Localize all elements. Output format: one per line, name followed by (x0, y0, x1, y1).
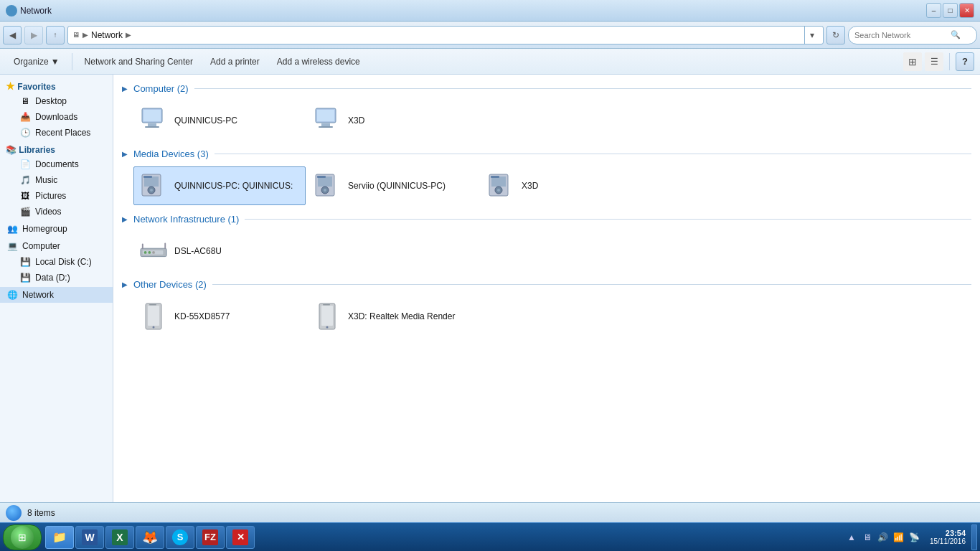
section-other-header: ▶ Other Devices (2) (122, 276, 971, 293)
sidebar-documents-label: Documents (35, 159, 79, 169)
list-item[interactable]: QUINNICUS-PC: QUINNICUS: (133, 166, 306, 205)
status-network-icon (6, 505, 22, 521)
homegroup-icon: 👥 (6, 222, 19, 235)
sidebar-homegroup-section: 👥 Homegroup (0, 221, 113, 237)
sidebar-item-pictures[interactable]: 🖼 Pictures (0, 188, 113, 204)
view-list-button[interactable]: ☰ (925, 52, 943, 71)
sidebar-computer-label: Computer (22, 241, 60, 251)
status-bar: 8 items (0, 502, 980, 522)
clock-date: 15/11/2016 (930, 537, 966, 545)
network-sharing-button[interactable]: Network and Sharing Center (77, 52, 201, 72)
taskbar-close[interactable]: ✕ (226, 526, 255, 549)
skype-icon: S (172, 529, 188, 545)
system-tray: ▲ 🖥 🔊 📶 📡 (841, 531, 925, 544)
section-infrastructure-divider (245, 219, 971, 220)
view-toggle-button[interactable]: ⊞ (903, 52, 922, 71)
svg-rect-33 (149, 304, 156, 306)
show-desktop-button[interactable] (971, 524, 977, 550)
sidebar-item-documents[interactable]: 📄 Documents (0, 156, 113, 172)
pictures-icon: 🖼 (19, 189, 32, 202)
clock[interactable]: 23:54 15/11/2016 (925, 529, 970, 545)
collapse-other-icon[interactable]: ▶ (122, 281, 131, 289)
list-item[interactable]: QUINNICUS-PC (133, 101, 306, 140)
close-button[interactable]: ✕ (959, 3, 974, 18)
clock-time: 23:54 (930, 529, 966, 537)
sidebar-item-desktop[interactable]: 🖥 Desktop (0, 93, 113, 109)
excel-icon: X (112, 529, 128, 545)
section-media-divider (215, 154, 971, 154)
search-box[interactable]: 🔍 (848, 26, 977, 44)
tray-speaker-icon[interactable]: 🔊 (877, 531, 890, 544)
up-button[interactable]: ↑ (46, 26, 65, 44)
sidebar-desktop-label: Desktop (35, 96, 67, 106)
list-item[interactable]: DSL-AC68U (133, 232, 306, 270)
address-bar-arrow2: ▶ (126, 31, 131, 39)
svg-rect-37 (323, 304, 330, 306)
taskbar-skype[interactable]: S (166, 526, 194, 549)
search-input[interactable] (854, 31, 948, 39)
taskbar-filezilla[interactable]: FZ (196, 526, 225, 549)
help-button[interactable]: ? (956, 52, 974, 71)
device-kd-label: KD-55XD8577 (174, 311, 230, 321)
tray-arrow-icon[interactable]: ▲ (845, 531, 858, 544)
tray-signal-icon[interactable]: 📡 (908, 531, 921, 544)
svg-point-27 (152, 251, 155, 254)
minimize-button[interactable]: – (926, 3, 941, 18)
start-button[interactable]: ⊞ (3, 524, 42, 550)
maximize-button[interactable]: □ (943, 3, 958, 18)
taskbar-word[interactable]: W (75, 526, 104, 549)
address-dropdown[interactable]: ▾ (804, 26, 819, 44)
disk-c-icon: 💾 (19, 255, 32, 268)
list-item[interactable]: Serviio (QUINNICUS-PC) (307, 166, 479, 205)
recent-icon: 🕒 (19, 126, 32, 139)
add-wireless-button[interactable]: Add a wireless device (269, 52, 368, 72)
list-item[interactable]: KD-55XD8577 (133, 297, 306, 336)
sidebar: ★ Favorites 🖥 Desktop 📥 Downloads 🕒 Rece… (0, 75, 113, 502)
section-computer-divider (194, 88, 971, 89)
sidebar-item-data-disk[interactable]: 💾 Data (D:) (0, 270, 113, 286)
collapse-media-icon[interactable]: ▶ (122, 150, 131, 159)
sidebar-item-network[interactable]: 🌐 Network (0, 287, 113, 303)
section-media-header: ▶ Media Devices (3) (122, 146, 971, 162)
sidebar-item-computer[interactable]: 💻 Computer (0, 238, 113, 254)
taskbar-firefox[interactable]: 🦊 (136, 526, 164, 549)
address-bar[interactable]: 🖥 ▶ Network ▶ ▾ (67, 26, 824, 44)
svg-rect-7 (319, 126, 333, 128)
organize-button[interactable]: Organize ▼ (6, 52, 67, 72)
list-item[interactable]: X3D (481, 166, 653, 205)
section-computer-header: ▶ Computer (2) (122, 80, 971, 97)
add-printer-button[interactable]: Add a printer (202, 52, 268, 72)
star-icon: ★ (6, 80, 15, 92)
collapse-infra-icon[interactable]: ▶ (122, 215, 131, 224)
sidebar-item-homegroup[interactable]: 👥 Homegroup (0, 221, 113, 237)
list-item[interactable]: X3D (307, 101, 479, 140)
other-items-grid: KD-55XD8577 X3D: Realtek Media Render (122, 297, 971, 336)
sidebar-item-videos[interactable]: 🎬 Videos (0, 204, 113, 220)
back-button[interactable]: ◀ (3, 26, 22, 44)
sidebar-favorites-header: ★ Favorites (0, 77, 113, 93)
svg-point-21 (497, 189, 500, 192)
address-bar-arrow: ▶ (83, 31, 88, 39)
taskbar-excel[interactable]: X (105, 526, 134, 549)
collapse-computer-icon[interactable]: ▶ (122, 85, 131, 93)
sidebar-item-recent[interactable]: 🕒 Recent Places (0, 125, 113, 141)
list-item[interactable]: X3D: Realtek Media Render (307, 297, 479, 336)
svg-rect-3 (145, 126, 159, 128)
disk-d-icon: 💾 (19, 271, 32, 284)
section-infrastructure-title: Network Infrastructure (1) (133, 214, 239, 225)
tray-network-pc-icon[interactable]: 🖥 (861, 531, 874, 544)
tray-wifi-icon[interactable]: 📶 (892, 531, 905, 544)
music-icon: 🎵 (19, 174, 32, 187)
refresh-button[interactable]: ↻ (826, 26, 845, 44)
taskbar-file-explorer[interactable]: 📁 (45, 526, 74, 549)
sidebar-item-music[interactable]: 🎵 Music (0, 172, 113, 188)
title-bar-left: Network (6, 5, 52, 17)
window-title: Network (20, 6, 52, 16)
sidebar-item-local-disk[interactable]: 💾 Local Disk (C:) (0, 254, 113, 270)
sidebar-item-downloads[interactable]: 📥 Downloads (0, 109, 113, 125)
toolbar-separator (72, 53, 72, 70)
svg-rect-35 (321, 306, 333, 326)
close-red-icon: ✕ (232, 529, 248, 545)
forward-button[interactable]: ▶ (24, 26, 43, 44)
svg-rect-6 (321, 123, 330, 126)
